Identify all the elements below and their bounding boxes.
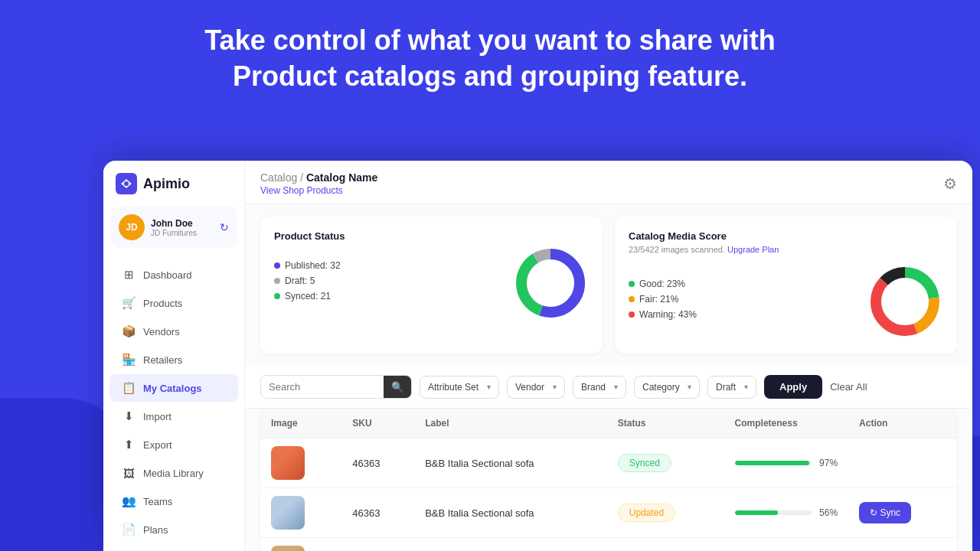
progress-bar-0 <box>735 461 812 465</box>
import-icon: ⬇ <box>122 409 136 423</box>
breadcrumb-current: Catalog Name <box>306 171 377 184</box>
chevron-down-icon: ▾ <box>744 383 748 391</box>
breadcrumb: Catalog / Catalog Name <box>260 171 377 184</box>
sidebar-item-products[interactable]: 🛒 Products <box>109 289 238 317</box>
cell-status-0: Synced <box>607 439 724 488</box>
brand-select[interactable]: Brand <box>581 382 609 393</box>
sidebar-item-notifications[interactable]: 🔔 Notifications <box>109 544 238 551</box>
attribute-set-select[interactable]: Attribute Set <box>428 382 482 393</box>
sidebar-label-import: Import <box>143 411 172 422</box>
draft-select[interactable]: Draft <box>716 382 740 393</box>
products-table: Image SKU Label Status Completeness Acti… <box>260 409 957 551</box>
brand-filter[interactable]: Brand ▾ <box>573 376 626 399</box>
progress-bar-1 <box>735 510 812 515</box>
progress-fill-0 <box>735 461 810 465</box>
upgrade-link[interactable]: Upgrade Plan <box>727 245 779 254</box>
hero-line2: Product catalogs and grouping feature. <box>233 60 747 92</box>
media-score-subtitle: 23/5422 images scanned. Upgrade Plan <box>629 245 943 254</box>
sidebar-item-dashboard[interactable]: ⊞ Dashboard <box>109 261 238 289</box>
sidebar-item-my-catalogs[interactable]: 📋 My Catalogs <box>109 374 238 402</box>
export-icon: ⬆ <box>122 438 136 452</box>
avatar: JD <box>119 214 145 240</box>
progress-pct-0: 97% <box>819 458 838 468</box>
svg-point-10 <box>884 280 926 323</box>
cell-image-1 <box>260 488 341 538</box>
dot-published <box>274 262 280 269</box>
progress-pct-1: 56% <box>819 507 838 518</box>
clear-all-button[interactable]: Clear All <box>830 381 867 393</box>
synced-label: Synced: 21 <box>285 291 331 302</box>
dot-draft <box>274 278 280 284</box>
category-filter[interactable]: Category ▾ <box>634 376 700 399</box>
product-status-card: Product Status Published: 32 Draft: 5 <box>260 217 603 354</box>
plans-icon: 📄 <box>122 523 136 536</box>
view-shop-link[interactable]: View Shop Products <box>260 185 377 196</box>
legend-published: Published: 32 <box>274 260 500 271</box>
draft-label: Draft: 5 <box>285 276 315 286</box>
table-header-row: Image SKU Label Status Completeness Acti… <box>260 409 957 439</box>
cell-completeness-1: 56% <box>724 488 849 538</box>
progress-wrap-1: 56% <box>735 507 838 518</box>
sidebar-item-plans[interactable]: 📄 Plans <box>109 516 238 543</box>
progress-fill-1 <box>735 510 778 515</box>
cell-action-1: ↻ Sync <box>848 488 957 538</box>
media-score-title: Catalog Media Score <box>629 230 943 242</box>
my-catalogs-icon: 📋 <box>122 381 136 395</box>
cell-label-0: B&B Italia Sectional sofa <box>414 439 607 488</box>
svg-point-5 <box>529 262 572 305</box>
product-status-body: Published: 32 Draft: 5 Synced: 21 <box>274 245 589 321</box>
sidebar-item-teams[interactable]: 👥 Teams <box>109 487 238 515</box>
media-score-chart <box>867 263 943 340</box>
filter-bar: 🔍 Attribute Set ▾ Vendor ▾ Brand ▾ <box>245 366 972 409</box>
category-select[interactable]: Category <box>642 382 683 393</box>
sidebar-item-retailers[interactable]: 🏪 Retailers <box>109 346 238 373</box>
logo-text: Apimio <box>143 176 190 192</box>
legend-draft: Draft: 5 <box>274 276 500 286</box>
sidebar-label-products: Products <box>143 298 182 309</box>
sidebar-label-teams: Teams <box>143 496 172 507</box>
table-body: 46363 B&B Italia Sectional sofa Synced 9… <box>260 439 957 552</box>
main-header: Catalog / Catalog Name View Shop Product… <box>245 161 972 204</box>
legend-fair: Fair: 21% <box>629 294 854 305</box>
media-score-card: Catalog Media Score 23/5422 images scann… <box>615 217 957 354</box>
vendor-filter[interactable]: Vendor ▾ <box>507 376 565 399</box>
search-input[interactable] <box>261 376 384 398</box>
hero-section: Take control of what you want to share w… <box>0 23 980 95</box>
search-wrap: 🔍 <box>260 375 412 399</box>
cards-row: Product Status Published: 32 Draft: 5 <box>245 204 972 366</box>
product-image-0 <box>271 446 305 480</box>
sync-button-1[interactable]: ↻ Sync <box>859 502 911 523</box>
legend-synced: Synced: 21 <box>274 291 500 302</box>
user-company: JD Furnitures <box>151 229 214 237</box>
vendor-select[interactable]: Vendor <box>515 382 548 393</box>
logo-icon <box>116 173 137 194</box>
cell-status-1: Updated <box>607 488 724 538</box>
legend-good: Good: 23% <box>629 279 854 289</box>
settings-icon[interactable]: ⚙ <box>943 174 957 193</box>
draft-filter[interactable]: Draft ▾ <box>707 376 756 399</box>
status-badge-0: Synced <box>618 454 671 472</box>
cell-image-2 <box>260 538 341 552</box>
sync-refresh-icon[interactable]: ↻ <box>220 221 229 233</box>
col-completeness: Completeness <box>724 409 849 439</box>
sidebar-item-export[interactable]: ⬆ Export <box>109 431 238 458</box>
sidebar-label-export: Export <box>143 439 172 451</box>
attribute-set-filter[interactable]: Attribute Set ▾ <box>420 376 499 399</box>
sidebar-item-media-library[interactable]: 🖼 Media Library <box>109 459 238 487</box>
published-label: Published: 32 <box>285 260 341 271</box>
retailers-icon: 🏪 <box>122 353 136 367</box>
sidebar-item-import[interactable]: ⬇ Import <box>109 403 238 430</box>
teams-icon: 👥 <box>122 494 136 508</box>
chevron-down-icon: ▾ <box>688 383 691 391</box>
apply-button[interactable]: Apply <box>764 375 822 399</box>
search-button[interactable]: 🔍 <box>384 376 411 398</box>
good-label: Good: 23% <box>639 279 685 289</box>
sidebar-item-vendors[interactable]: 📦 Vendors <box>109 318 238 345</box>
cell-label-1: B&B Italia Sectional sofa <box>414 488 607 538</box>
dot-good <box>629 281 635 287</box>
user-info: John Doe JD Furnitures <box>151 218 214 237</box>
chevron-down-icon: ▾ <box>487 383 491 391</box>
cell-sku-2: 46363 <box>341 538 414 552</box>
nav-list: ⊞ Dashboard 🛒 Products 📦 Vendors 🏪 Retai… <box>103 260 244 551</box>
cell-sku-1: 46363 <box>341 488 414 538</box>
